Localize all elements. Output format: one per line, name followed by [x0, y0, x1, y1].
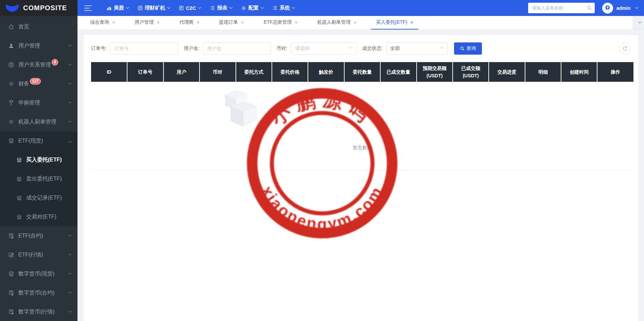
- username[interactable]: admin: [616, 5, 630, 11]
- chevron-down-icon: [69, 43, 72, 46]
- sidebar-item-etf-market[interactable]: ETF(行情): [0, 245, 77, 264]
- chevron-down-icon: [126, 5, 129, 9]
- chevron-down-icon[interactable]: [635, 5, 639, 9]
- col-actions: 操作: [597, 62, 633, 82]
- filter-pair: 币对: 请选择: [277, 42, 356, 55]
- sql-document-icon: [8, 309, 14, 315]
- pair-select[interactable]: 请选择: [291, 42, 356, 55]
- document-icon: [138, 5, 143, 11]
- username-input[interactable]: [203, 42, 271, 55]
- topbar: COMPOSITE 美股 理财矿机 C2C 报表 配置 系统: [0, 0, 644, 16]
- close-icon[interactable]: [157, 20, 159, 25]
- nav-item-us-stock[interactable]: 美股: [102, 0, 133, 16]
- sidebar: 首页 用户管理 用户关系管理 4 财务 127 申购管理 机器人刷单管理 ETF…: [0, 16, 77, 321]
- search-icon[interactable]: [587, 5, 592, 11]
- bar-chart-icon: [106, 5, 112, 11]
- order-no-label: 订单号:: [91, 45, 107, 52]
- sidebar-item-subscription[interactable]: 申购管理: [0, 93, 77, 112]
- sidebar-item-sell-order-etf[interactable]: 卖出委托(ETF): [0, 169, 77, 188]
- list-icon: [210, 5, 215, 11]
- col-expected-volume: 预期交易额(USDT): [417, 62, 453, 82]
- nav-item-reports[interactable]: 报表: [205, 0, 237, 16]
- close-icon[interactable]: [241, 20, 244, 25]
- tab-综合查询[interactable]: 综合查询: [85, 16, 120, 30]
- close-icon[interactable]: [410, 20, 413, 25]
- chevron-down-icon: [292, 5, 295, 9]
- sidebar-item-trading-pair-etf[interactable]: 交易对(ETF): [0, 207, 77, 226]
- brand-logo-icon: [5, 1, 20, 15]
- chevron-down-icon: [69, 271, 72, 275]
- sidebar-item-label: 数字货币(现货): [18, 270, 55, 278]
- logo-area: COMPOSITE: [0, 0, 77, 16]
- nav-item-wealth-miner[interactable]: 理财矿机: [133, 0, 174, 16]
- col-user: 用户: [163, 62, 199, 82]
- sidebar-item-trade-record-etf[interactable]: 成交记录(ETF): [0, 188, 77, 207]
- shop-icon: [16, 176, 22, 182]
- tab-list-dropdown-button[interactable]: [633, 16, 644, 30]
- nav-item-c2c[interactable]: C2C: [174, 0, 205, 16]
- status-select[interactable]: 全部: [386, 42, 447, 55]
- order-no-input[interactable]: [110, 42, 178, 55]
- refresh-button[interactable]: [619, 43, 631, 54]
- sidebar-item-etf-spot[interactable]: ETF(现货): [0, 131, 77, 150]
- avatar[interactable]: [602, 3, 613, 14]
- sidebar-item-label: 买入委托(ETF): [26, 156, 62, 164]
- nav-item-config[interactable]: 配置: [237, 0, 268, 16]
- sidebar-item-crypto-market[interactable]: 数字货币(行情): [0, 302, 77, 321]
- search-button[interactable]: 查询: [454, 42, 482, 55]
- sidebar-item-crypto-contract[interactable]: 数字货币(合约): [0, 283, 77, 302]
- col-pair: 币对: [199, 62, 236, 82]
- tab-代理商[interactable]: 代理商: [174, 16, 204, 30]
- status-label: 成交状态:: [362, 45, 383, 52]
- sidebar-item-label: 成交记录(ETF): [26, 194, 62, 202]
- sidebar-item-home[interactable]: 首页: [0, 17, 77, 36]
- tab-label: 代理商: [179, 19, 193, 25]
- menu-search-input[interactable]: [528, 3, 595, 13]
- tab-买入委托ETF[interactable]: 买入委托(ETF): [371, 16, 418, 30]
- chevron-down-icon: [69, 81, 72, 84]
- sidebar-item-user-relations[interactable]: 用户关系管理 4: [0, 55, 77, 74]
- close-icon[interactable]: [353, 20, 356, 25]
- col-order-amount: 委托数量: [344, 62, 380, 82]
- sidebar-collapse-toggle[interactable]: [84, 5, 93, 12]
- sidebar-item-finance[interactable]: 财务 127: [0, 74, 77, 93]
- user-icon: [8, 43, 14, 49]
- sidebar-item-etf-contract[interactable]: ETF(合约): [0, 226, 77, 245]
- sidebar-item-label: 机器人刷单管理: [18, 118, 56, 126]
- tab-label: 机器人刷单管理: [317, 19, 350, 25]
- sidebar-item-buy-order-etf[interactable]: 买入委托(ETF): [0, 150, 77, 169]
- chevron-down-icon: [69, 62, 72, 65]
- shop-icon: [8, 138, 14, 144]
- tab-机器人刷单管理[interactable]: 机器人刷单管理: [312, 16, 361, 30]
- sidebar-item-label: 卖出委托(ETF): [26, 175, 62, 183]
- sql-document-icon: [8, 290, 14, 296]
- main-content: 订单号: 用户名: 币对: 请选择 成交状态: 全部: [77, 30, 644, 321]
- col-order-type: 委托方式: [236, 62, 272, 82]
- sidebar-item-crypto-spot[interactable]: 数字货币(现货): [0, 264, 77, 283]
- pair-label: 币对:: [277, 45, 288, 52]
- chevron-down-icon: [638, 20, 642, 23]
- tab-label: 买入委托(ETF): [376, 19, 407, 25]
- close-icon[interactable]: [196, 20, 199, 25]
- sidebar-item-robot-orders[interactable]: 机器人刷单管理: [0, 112, 77, 131]
- close-icon[interactable]: [295, 20, 297, 25]
- shop-icon: [8, 271, 14, 277]
- col-progress: 交易进度: [489, 62, 525, 82]
- tab-label: 综合查询: [90, 19, 109, 25]
- sidebar-item-user-management[interactable]: 用户管理: [0, 36, 77, 55]
- nav-item-system[interactable]: 系统: [268, 0, 299, 16]
- col-filled-amount: 已成交数量: [380, 62, 416, 82]
- tab-ETF总类管理[interactable]: ETF总类管理: [259, 16, 303, 30]
- shop-icon: [16, 157, 22, 163]
- empty-text: 暂无数据: [91, 145, 633, 151]
- edit-icon: [8, 252, 14, 258]
- chevron-down-icon: [261, 5, 264, 9]
- chevron-down-icon: [69, 309, 72, 313]
- close-icon[interactable]: [112, 20, 115, 25]
- content-card: 订单号: 用户名: 币对: 请选择 成交状态: 全部: [84, 35, 638, 321]
- brand-name: COMPOSITE: [23, 4, 67, 12]
- tab-用户管理[interactable]: 用户管理: [129, 16, 164, 30]
- refresh-icon: [622, 46, 628, 51]
- tab-提现订单[interactable]: 提现订单: [214, 16, 249, 30]
- nav-item-label: 系统: [280, 5, 290, 11]
